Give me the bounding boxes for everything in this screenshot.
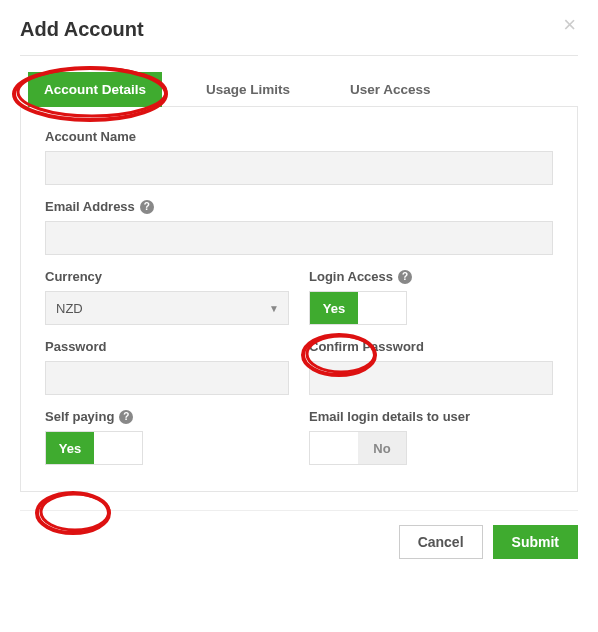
toggle-blank[interactable] [94, 432, 142, 464]
cancel-button[interactable]: Cancel [399, 525, 483, 559]
field-password: Password [45, 339, 289, 395]
label-confirm-password: Confirm Password [309, 339, 553, 354]
email-address-input[interactable] [45, 221, 553, 255]
form-panel: Account Name Email Address ? Currency ▼ … [20, 106, 578, 492]
label-login-access: Login Access [309, 269, 393, 284]
tab-user-access[interactable]: User Access [334, 72, 447, 107]
help-icon[interactable]: ? [140, 200, 154, 214]
divider [20, 55, 578, 56]
label-self-paying: Self paying [45, 409, 114, 424]
field-login-access: Login Access ? Yes [309, 269, 553, 325]
toggle-yes[interactable]: Yes [46, 432, 94, 464]
submit-button[interactable]: Submit [493, 525, 578, 559]
label-account-name: Account Name [45, 129, 553, 144]
currency-select[interactable] [45, 291, 289, 325]
password-input[interactable] [45, 361, 289, 395]
toggle-blank[interactable] [358, 292, 406, 324]
confirm-password-input[interactable] [309, 361, 553, 395]
help-icon[interactable]: ? [398, 270, 412, 284]
label-password: Password [45, 339, 289, 354]
login-access-toggle[interactable]: Yes [309, 291, 407, 325]
help-icon[interactable]: ? [119, 410, 133, 424]
field-currency: Currency ▼ [45, 269, 289, 325]
field-account-name: Account Name [45, 129, 553, 185]
divider [20, 510, 578, 511]
toggle-blank[interactable] [310, 432, 358, 464]
toggle-no[interactable]: No [358, 432, 406, 464]
self-paying-toggle[interactable]: Yes [45, 431, 143, 465]
toggle-yes[interactable]: Yes [310, 292, 358, 324]
modal-title: Add Account [20, 18, 578, 41]
field-self-paying: Self paying ? Yes [45, 409, 289, 465]
label-email-login-details: Email login details to user [309, 409, 553, 424]
account-name-input[interactable] [45, 151, 553, 185]
field-email-login-details: Email login details to user No [309, 409, 553, 465]
tab-usage-limits[interactable]: Usage Limits [190, 72, 306, 107]
tab-account-details[interactable]: Account Details [28, 72, 162, 107]
field-email-address: Email Address ? [45, 199, 553, 255]
close-icon[interactable]: × [563, 14, 576, 36]
footer-buttons: Cancel Submit [20, 525, 578, 559]
email-login-details-toggle[interactable]: No [309, 431, 407, 465]
tab-row: Account Details Usage Limits User Access [28, 72, 578, 107]
label-currency: Currency [45, 269, 289, 284]
field-confirm-password: Confirm Password [309, 339, 553, 395]
label-email-address: Email Address [45, 199, 135, 214]
